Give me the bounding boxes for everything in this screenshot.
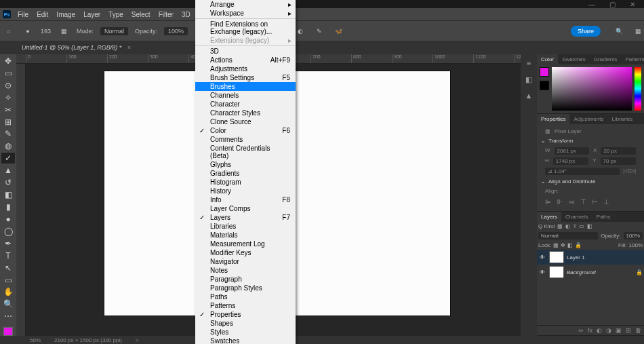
bg-swatch[interactable] — [540, 81, 549, 90]
tab-paths[interactable]: Paths — [592, 212, 614, 222]
gradient-tool-icon[interactable]: ▮ — [1, 202, 15, 212]
layer-thumbnail[interactable] — [549, 251, 564, 263]
menu-item-adjustments[interactable]: Adjustments — [195, 64, 296, 73]
tool-preset-icon[interactable]: ● — [22, 25, 34, 37]
zoom-level[interactable]: 50% — [30, 337, 41, 343]
menu-type[interactable]: Type — [104, 9, 127, 20]
filter-shape-icon[interactable]: ▭ — [579, 223, 584, 229]
filter-adjust-icon[interactable]: ◐ — [565, 223, 570, 229]
brush-panel-icon[interactable]: ▦ — [58, 25, 70, 37]
flip-icons[interactable]: |◁ ▷| — [624, 168, 636, 175]
menu-item-history[interactable]: History — [195, 187, 296, 195]
history-brush-tool-icon[interactable]: ↺ — [1, 177, 15, 188]
tab-layers[interactable]: Layers — [537, 212, 561, 222]
menu-item-character-styles[interactable]: Character Styles — [195, 109, 296, 117]
angle-icon[interactable]: ◐ — [294, 25, 306, 37]
close-button[interactable]: ✕ — [622, 1, 643, 8]
home-icon[interactable]: ⌂ — [3, 25, 15, 37]
layer-filter-kind[interactable]: Q Kind — [538, 223, 555, 229]
tab-adjustments[interactable]: Adjustments — [569, 114, 607, 124]
menu-select[interactable]: Select — [127, 9, 155, 20]
menu-layer[interactable]: Layer — [79, 9, 104, 20]
menu-item-comments[interactable]: Comments — [195, 135, 296, 144]
tab-channels[interactable]: Channels — [561, 212, 592, 222]
visibility-icon[interactable]: 👁 — [538, 269, 546, 275]
menu-item-properties[interactable]: ✓Properties — [195, 310, 296, 319]
status-arrow-icon[interactable]: > — [136, 337, 139, 343]
layer-mask-icon[interactable]: ◐ — [597, 327, 602, 334]
layer-fx-icon[interactable]: fx — [588, 327, 592, 334]
menu-item-patterns[interactable]: Patterns — [195, 301, 296, 310]
workspace-icon[interactable]: ▦ — [632, 25, 644, 37]
blur-tool-icon[interactable]: ● — [1, 214, 15, 225]
edit-toolbar-icon[interactable]: ⋯ — [1, 311, 15, 322]
tab-color[interactable]: Color — [537, 54, 558, 64]
pen-tool-icon[interactable]: ✒ — [1, 238, 15, 249]
menu-item-measurement-log[interactable]: Measurement Log — [195, 240, 296, 248]
align-right-icon[interactable]: ⫤ — [568, 198, 575, 206]
color-field[interactable] — [552, 67, 632, 111]
healing-tool-icon[interactable]: ◍ — [1, 140, 15, 151]
menu-3d[interactable]: 3D — [178, 9, 195, 20]
filter-smart-icon[interactable]: ◧ — [587, 223, 592, 229]
menu-item-notes[interactable]: Notes — [195, 266, 296, 275]
align-bottom-icon[interactable]: ⊥ — [603, 198, 609, 206]
filter-pixel-icon[interactable]: ▦ — [557, 223, 563, 229]
height-input[interactable]: 1740 px — [553, 157, 588, 165]
menu-item-character[interactable]: Character — [195, 100, 296, 109]
lock-position-icon[interactable]: ✥ — [561, 242, 565, 248]
lasso-tool-icon[interactable]: ⊙ — [1, 80, 15, 91]
menu-item-styles[interactable]: Styles — [195, 328, 296, 337]
menu-item-actions[interactable]: ActionsAlt+F9 — [195, 56, 296, 64]
dodge-tool-icon[interactable]: ◯ — [1, 226, 15, 237]
collapsed-panel-icon[interactable]: ≡ — [523, 57, 535, 69]
pressure-size-icon[interactable]: ✎ — [313, 25, 325, 37]
align-hcenter-icon[interactable]: ⊪ — [557, 198, 563, 206]
align-left-icon[interactable]: ⊫ — [545, 198, 551, 206]
menu-item-paths[interactable]: Paths — [195, 292, 296, 301]
share-button[interactable]: Share — [571, 26, 601, 37]
tab-gradients[interactable]: Gradients — [590, 54, 622, 64]
tab-properties[interactable]: Properties — [537, 114, 569, 124]
menu-item-navigator[interactable]: Navigator — [195, 257, 296, 266]
menu-item-paragraph-styles[interactable]: Paragraph Styles — [195, 284, 296, 292]
link-layers-icon[interactable]: ⇔ — [578, 327, 584, 334]
menu-item-3d[interactable]: 3D — [195, 47, 296, 56]
collapsed-panel-icon[interactable]: ▲ — [523, 90, 535, 102]
menu-item-shapes[interactable]: Shapes — [195, 319, 296, 328]
frame-tool-icon[interactable]: ⊞ — [1, 117, 15, 128]
wand-tool-icon[interactable]: ✧ — [1, 92, 15, 103]
align-top-icon[interactable]: ⊤ — [580, 198, 586, 206]
new-group-icon[interactable]: ▣ — [616, 327, 622, 334]
layer-thumbnail[interactable] — [549, 266, 564, 278]
stamp-tool-icon[interactable]: ▲ — [1, 165, 15, 176]
align-section[interactable]: Align and Distribute — [540, 176, 641, 187]
hand-tool-icon[interactable]: ✋ — [1, 287, 15, 298]
width-input[interactable]: 2061 px — [555, 147, 590, 155]
menu-item-modifier-keys[interactable]: Modifier Keys — [195, 248, 296, 257]
tab-libraries[interactable]: Libraries — [608, 114, 637, 124]
tab-patterns[interactable]: Patterns — [622, 54, 645, 64]
menu-item-paragraph[interactable]: Paragraph — [195, 275, 296, 284]
menu-edit[interactable]: Edit — [33, 9, 52, 20]
menu-item-gradients[interactable]: Gradients — [195, 169, 296, 178]
brush-size-value[interactable]: 193 — [41, 28, 51, 35]
lock-artboard-icon[interactable]: ◧ — [567, 242, 573, 248]
menu-item-libraries[interactable]: Libraries — [195, 222, 296, 231]
lock-all-icon[interactable]: 🔒 — [575, 242, 582, 248]
menu-item-brushes[interactable]: Brushes — [195, 82, 296, 91]
marquee-tool-icon[interactable]: ▭ — [1, 68, 15, 79]
menu-item-clone-source[interactable]: Clone Source — [195, 117, 296, 126]
menu-item-color[interactable]: ✓ColorF6 — [195, 126, 296, 135]
type-tool-icon[interactable]: T — [1, 250, 15, 261]
collapsed-panel-icon[interactable]: ◧ — [523, 73, 535, 85]
layer-fill-select[interactable]: 100% — [629, 242, 643, 248]
menu-image[interactable]: Image — [52, 9, 79, 20]
layer-row[interactable]: 👁Layer 1 — [537, 250, 644, 265]
transform-section[interactable]: Transform — [540, 136, 641, 146]
opacity-select[interactable]: 100% — [164, 27, 188, 35]
foreground-color-swatch[interactable] — [3, 327, 13, 336]
search-icon[interactable]: 🔍 — [613, 25, 625, 37]
brush-tool-icon[interactable]: ✓ — [1, 153, 15, 164]
visibility-icon[interactable]: 👁 — [538, 254, 546, 261]
